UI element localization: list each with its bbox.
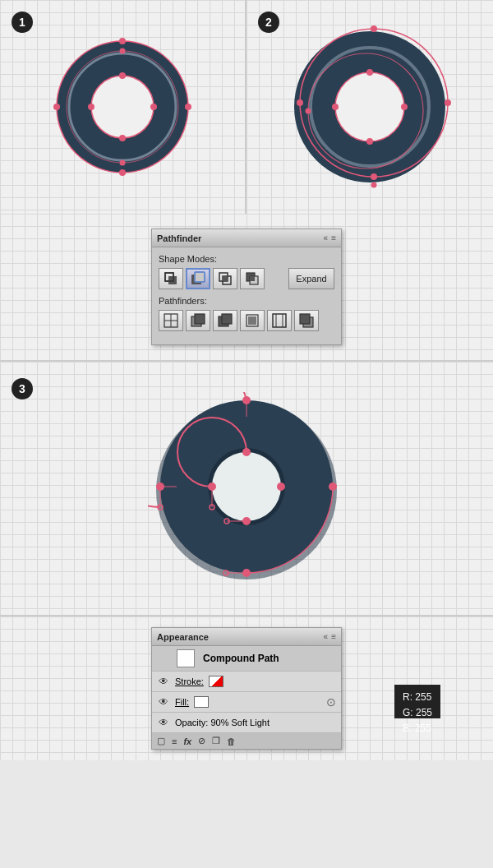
intersect-button[interactable] — [213, 268, 237, 289]
section-appearance: Appearance « ≡ Compound Path 👁 Stroke: 👁 — [0, 616, 493, 760]
pathfinder-title: Pathfinder — [157, 233, 201, 243]
svg-point-10 — [150, 104, 157, 110]
section-top: 1 — [0, 0, 493, 214]
svg-point-27 — [401, 104, 408, 110]
appearance-controls[interactable]: « ≡ — [324, 632, 336, 641]
svg-point-65 — [329, 482, 337, 491]
footer-square-icon: ▢ — [157, 736, 165, 746]
svg-point-7 — [119, 169, 126, 176]
opacity-row: 👁 Opacity: 90% Soft Light — [152, 713, 341, 733]
footer-delete-icon[interactable]: 🗑 — [227, 736, 236, 746]
donut-3 — [148, 392, 345, 585]
stroke-row: 👁 Stroke: — [152, 672, 341, 692]
fill-color-swatch[interactable] — [194, 696, 209, 708]
svg-point-9 — [119, 72, 126, 79]
opacity-label: Opacity: 90% Soft Light — [175, 718, 270, 727]
svg-point-14 — [119, 48, 125, 53]
pathfinder-body: Shape Modes: Expand — [152, 247, 341, 344]
svg-rect-53 — [273, 314, 286, 327]
appearance-menu[interactable]: ≡ — [331, 632, 336, 641]
pathfinder-menu[interactable]: ≡ — [331, 233, 336, 242]
appearance-titlebar: Appearance « ≡ — [152, 628, 341, 646]
svg-point-25 — [297, 99, 303, 106]
color-g: G: 255 — [403, 705, 432, 721]
panel-2: 2 — [246, 0, 493, 214]
stroke-label: Stroke: — [175, 676, 204, 686]
stroke-underline-label: Stroke: — [175, 676, 204, 686]
svg-point-6 — [185, 104, 191, 110]
panel-1: 1 — [0, 0, 246, 214]
appearance-title: Appearance — [157, 632, 209, 642]
appearance-footer: ▢ ≡ fx ⊘ ❐ 🗑 — [152, 733, 341, 749]
minus-front-button[interactable] — [186, 268, 210, 289]
section-bottom: 3 — [0, 362, 493, 616]
compound-path-row: Compound Path — [152, 646, 341, 672]
svg-point-28 — [366, 138, 373, 145]
trim-button[interactable] — [186, 310, 210, 331]
svg-rect-52 — [248, 316, 256, 325]
color-b: B: 255 — [403, 721, 432, 736]
appearance-collapse[interactable]: « — [324, 632, 329, 641]
fill-row: 👁 Fill: ⊙ — [152, 692, 341, 713]
stroke-eye-icon[interactable]: 👁 — [157, 675, 170, 688]
step-badge-3: 3 — [12, 378, 33, 399]
expand-button[interactable]: Expand — [288, 268, 334, 289]
footer-copy-icon[interactable]: ❐ — [212, 736, 220, 746]
svg-point-68 — [242, 448, 251, 456]
svg-point-22 — [371, 25, 377, 32]
pathfinders-label: Pathfinders: — [159, 296, 334, 306]
svg-point-61 — [212, 452, 281, 521]
donut-3-svg — [148, 392, 345, 585]
fill-label: Fill: — [175, 697, 189, 707]
compound-path-thumbnail — [177, 649, 195, 667]
pathfinder-titlebar: Pathfinder « ≡ — [152, 229, 341, 247]
footer-fx-icon[interactable]: fx — [183, 736, 191, 746]
shape-modes-label: Shape Modes: — [159, 254, 334, 264]
svg-point-71 — [277, 482, 285, 491]
pathfinder-panel: Pathfinder « ≡ Shape Modes: — [151, 229, 342, 345]
svg-rect-57 — [300, 314, 310, 324]
step-badge-1: 1 — [12, 12, 33, 33]
donut-2-svg — [288, 25, 452, 189]
svg-rect-36 — [195, 272, 205, 282]
svg-point-29 — [332, 104, 339, 110]
fill-eye-icon[interactable]: 👁 — [157, 695, 170, 709]
crop-button[interactable] — [240, 310, 265, 331]
pathfinder-controls[interactable]: « ≡ — [324, 233, 336, 242]
opacity-eye-icon[interactable]: 👁 — [157, 716, 170, 729]
appearance-panel: Appearance « ≡ Compound Path 👁 Stroke: 👁 — [151, 627, 342, 750]
svg-rect-50 — [222, 314, 232, 324]
svg-point-8 — [53, 104, 60, 110]
section-middle: Pathfinder « ≡ Shape Modes: — [0, 214, 493, 362]
svg-point-26 — [366, 69, 373, 76]
color-r: R: 255 — [403, 690, 432, 705]
svg-point-12 — [88, 104, 94, 110]
donut-2 — [288, 25, 452, 189]
stroke-color-swatch[interactable] — [209, 676, 223, 687]
divide-button[interactable] — [159, 310, 183, 331]
fill-target-icon: ⊙ — [326, 695, 336, 709]
svg-point-11 — [119, 135, 126, 141]
svg-point-5 — [119, 38, 126, 44]
svg-rect-40 — [223, 276, 228, 281]
outline-button[interactable] — [267, 310, 292, 331]
footer-no-icon[interactable]: ⊘ — [198, 736, 205, 746]
donut-1 — [51, 35, 195, 179]
compound-path-label: Compound Path — [203, 653, 279, 664]
svg-point-64 — [242, 396, 251, 404]
step-badge-2: 2 — [258, 12, 279, 33]
svg-point-30 — [306, 108, 311, 114]
pathfinders-buttons — [159, 310, 334, 331]
svg-rect-33 — [168, 276, 177, 284]
svg-point-15 — [119, 159, 125, 165]
exclude-button[interactable] — [240, 268, 265, 289]
shape-modes-buttons: Expand — [159, 268, 334, 289]
minus-back-button[interactable] — [294, 310, 319, 331]
pathfinder-collapse[interactable]: « — [324, 233, 329, 242]
merge-button[interactable] — [213, 310, 237, 331]
svg-rect-43 — [250, 276, 255, 281]
color-tooltip: R: 255 G: 255 B: 255 — [394, 685, 440, 718]
donut-1-svg — [51, 35, 195, 179]
unite-button[interactable] — [159, 268, 183, 289]
svg-rect-48 — [195, 314, 205, 324]
